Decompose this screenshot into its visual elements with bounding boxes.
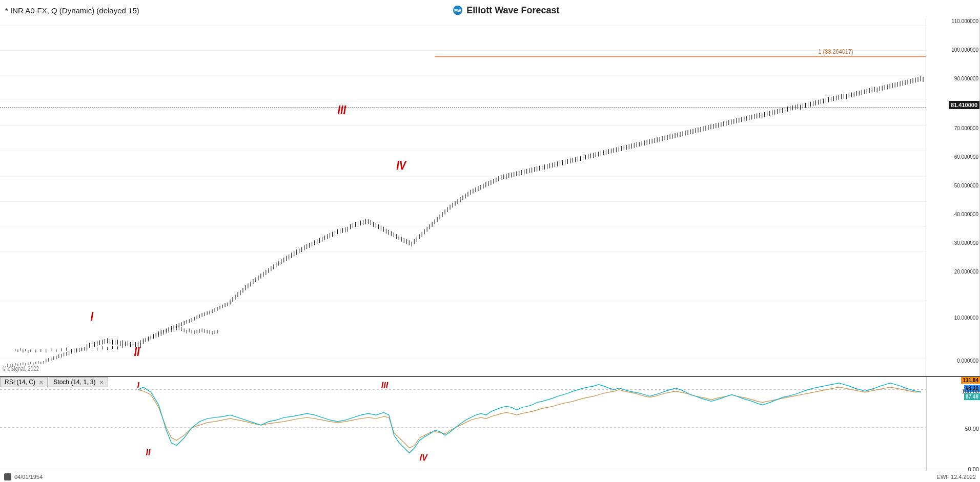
svg-text:III: III — [381, 381, 389, 390]
svg-text:EW: EW — [455, 9, 462, 13]
footer: 04/01/1954 1970 1975 1980 1985 1990 1995… — [0, 471, 980, 482]
chart-container: * INR A0-FX, Q (Dynamic) (delayed 15) EW… — [0, 0, 980, 482]
wave-label-I: I — [91, 309, 94, 323]
price-label-90: 90.000000 — [954, 76, 978, 81]
ind-badge-111: 111.84 — [961, 377, 980, 384]
branding: EW Elliott Wave Forecast — [452, 5, 559, 16]
footer-left: 04/01/1954 — [4, 473, 43, 480]
price-label-70: 70.000000 — [954, 125, 978, 131]
indicator-tabs: RSI (14, C) ✕ Stoch (14, 1, 3) ✕ — [0, 377, 108, 387]
tab-stoch[interactable]: Stoch (14, 1, 3) ✕ — [49, 377, 108, 387]
svg-text:1 (88.264017): 1 (88.264017) — [818, 48, 853, 55]
price-label-50: 50.000000 — [954, 183, 978, 188]
main-chart: 1 (88.264017) — [0, 18, 980, 376]
price-label-60: 60.000000 — [954, 154, 978, 160]
price-label-40: 40.000000 — [954, 212, 978, 217]
ind-price-50: 50.00 — [965, 426, 979, 432]
close-rsi-icon[interactable]: ✕ — [39, 380, 43, 385]
calendar-icon — [4, 473, 11, 480]
svg-text:IV: IV — [420, 453, 428, 462]
price-label-100: 100.000000 — [951, 47, 978, 53]
ind-price-0: 0.00 — [968, 466, 979, 472]
ewf-watermark: EWF 12.4.2022 — [937, 474, 976, 480]
svg-text:I: I — [137, 381, 140, 390]
indicator-svg: I II III IV — [0, 377, 926, 471]
price-label-0: 0.000000 — [957, 358, 978, 364]
indicator-chart: RSI (14, C) ✕ Stoch (14, 1, 3) ✕ — [0, 377, 926, 471]
wave-label-III: III — [338, 103, 346, 117]
bottom-section: RSI (14, C) ✕ Stoch (14, 1, 3) ✕ — [0, 376, 980, 471]
wave-label-IV: IV — [396, 158, 407, 172]
ewf-logo-icon: EW — [452, 5, 463, 16]
wave-label-II: II — [134, 345, 140, 359]
price-label-10: 10.000000 — [954, 315, 978, 321]
price-label-110: 110.000000 — [951, 18, 978, 24]
footer-date: 04/01/1954 — [14, 474, 43, 480]
svg-text:© eSignal, 2022: © eSignal, 2022 — [3, 365, 39, 372]
instrument-label: * INR A0-FX, Q (Dynamic) (delayed 15) — [5, 6, 139, 15]
tab-rsi[interactable]: RSI (14, C) ✕ — [0, 377, 48, 387]
price-label-30: 30.000000 — [954, 240, 978, 246]
main-chart-svg: 1 (88.264017) — [0, 18, 926, 376]
svg-text:II: II — [146, 448, 151, 457]
ind-price-100: 100.00 — [962, 388, 979, 394]
header-title: Elliott Wave Forecast — [466, 5, 559, 16]
price-label-20: 20.000000 — [954, 269, 978, 275]
close-stoch-icon[interactable]: ✕ — [99, 380, 104, 385]
header: * INR A0-FX, Q (Dynamic) (delayed 15) EW… — [0, 0, 980, 18]
main-chart-body: 1 (88.264017) — [0, 18, 926, 376]
current-price-badge: 81.410000 — [949, 101, 979, 109]
